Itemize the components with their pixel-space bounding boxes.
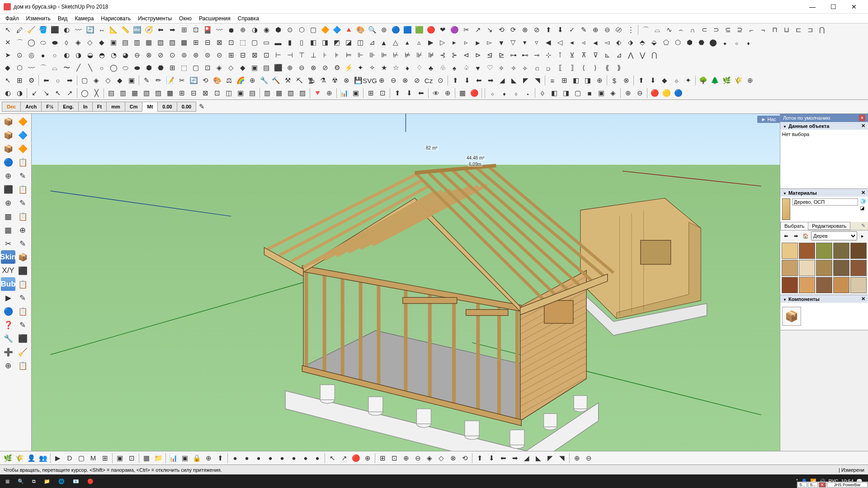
left-tool-button[interactable]: ⊕ [1,169,15,183]
tool-button[interactable]: ⋂ [648,49,660,61]
material-swatch[interactable] [833,260,849,276]
tool-button[interactable]: ⬢ [272,24,284,36]
tool-button[interactable]: 🔴 [425,24,437,36]
tool-button[interactable]: ⊗ [143,49,155,61]
tool-button[interactable]: 🧹 [25,24,37,36]
tool-button[interactable]: ⊛ [378,24,390,36]
tool-button[interactable]: ✎ [141,75,152,86]
tool-button[interactable]: ⊖ [131,49,143,61]
tool-button[interactable]: ⟐ [670,75,682,86]
tool-button[interactable]: ⊗ [620,75,632,86]
viewport-3d[interactable]: ► Нас [32,114,780,451]
tool-button[interactable]: ⊯ [425,49,437,61]
tool-button[interactable]: ⬅ [415,87,427,99]
tool-button[interactable]: ⊞ [190,37,202,48]
bottom-tool-button[interactable]: D [64,452,75,464]
material-name-input[interactable] [792,198,858,206]
tool-button[interactable]: ∩ [687,24,698,36]
tool-button[interactable]: $ [609,75,620,86]
tool-button[interactable]: ╳ [90,87,102,99]
tool-button[interactable]: 〰 [25,62,37,74]
left-tool-button[interactable]: ➕ [1,345,15,359]
tool-button[interactable]: ♢ [413,62,425,74]
left-tool-button[interactable]: ✎ [15,196,30,210]
left-tool-button[interactable]: 🧹 [15,345,30,359]
bottom-tool-button[interactable]: ● [264,452,276,464]
tool-button[interactable]: ▣ [108,37,119,48]
bottom-tool-button[interactable]: ● [300,452,311,464]
bottom-tool-button[interactable]: ● [288,452,300,464]
tool-button[interactable]: ▣ [126,75,137,86]
tool-button[interactable]: ⊕ [246,75,258,86]
material-swatch[interactable] [782,243,798,259]
bottom-tool-button[interactable]: ⊞ [377,452,388,464]
bottom-tool-button[interactable]: ◇ [435,452,447,464]
tool-button[interactable]: 🔤 [131,24,143,36]
bottom-tool-button[interactable]: ● [311,452,323,464]
tool-button[interactable]: SVG [364,75,376,86]
tool-button[interactable]: ✦ [354,62,366,74]
tool-button[interactable]: ⬇ [647,75,659,86]
left-tool-button[interactable]: ▶ [1,291,15,305]
tool-button[interactable]: ⬢ [143,62,155,74]
bottom-tool-button[interactable]: ⬅ [497,452,509,464]
tool-button[interactable]: 👁 [430,87,442,99]
tool-button[interactable]: ▢ [572,87,584,99]
left-tool-button[interactable]: ❓ [1,318,15,332]
tool-button[interactable]: ⊿ [613,49,625,61]
tool-button[interactable]: ⟧ [566,62,578,74]
tool-button[interactable]: ⊴ [484,49,495,61]
tool-button[interactable]: 🔍 [366,24,378,36]
tool-button[interactable]: ⟨ [578,62,590,74]
tool-button[interactable]: ◧ [570,75,582,86]
tool-button[interactable]: ✎ [578,24,590,36]
material-default-icon[interactable]: ◪ [860,205,866,211]
unit-tab-ft[interactable]: Ft [92,102,107,112]
tool-button[interactable]: ⬆ [542,24,554,36]
tool-button[interactable]: ⬧ [742,37,754,48]
tool-button[interactable]: 🟩 [413,24,425,36]
tool-button[interactable]: ▣ [595,87,607,99]
left-tool-button[interactable]: Skin [1,250,15,264]
tool-button[interactable]: ◔ [108,49,119,61]
tool-button[interactable]: ⊂ [698,24,710,36]
bottom-tool-button[interactable]: ● [276,452,288,464]
tool-button[interactable]: ⚖ [223,75,235,86]
maximize-button[interactable]: ☐ [823,0,844,14]
tool-button[interactable]: ⬇ [461,75,473,86]
tool-button[interactable]: ▬ [272,37,284,48]
material-swatch[interactable] [850,243,867,259]
tool-button[interactable]: ≡ [547,75,558,86]
tray-section-components[interactable]: ▼Компоненты ✕ [780,295,868,303]
tool-button[interactable]: ⊱ [448,49,460,61]
tool-button[interactable]: ❤ [437,24,448,36]
tool-button[interactable]: ⊕ [237,24,249,36]
mat-menu-icon[interactable]: ▸ [858,231,867,240]
tool-button[interactable]: ⏺ [225,24,237,36]
tool-button[interactable]: ⊻ [566,49,578,61]
tool-button[interactable]: 🔴 [649,87,660,99]
tool-button[interactable]: ⊦ [319,49,331,61]
tool-button[interactable]: 🌾 [732,75,744,86]
bottom-tool-button[interactable]: ● [241,452,253,464]
tool-button[interactable]: ⟦ [554,62,566,74]
tool-button[interactable]: 🔷 [331,24,343,36]
tool-button[interactable]: ⊐ [804,24,816,36]
tool-button[interactable]: ⬆ [449,75,461,86]
tool-button[interactable]: 🌈 [235,75,246,86]
tool-button[interactable]: ⟲ [495,24,507,36]
tool-button[interactable]: ⋂ [816,24,828,36]
tool-button[interactable]: ⊤ [296,49,307,61]
bottom-tool-button[interactable]: 📁 [152,452,164,464]
tool-button[interactable]: ▻ [484,37,495,48]
tool-button[interactable]: ▩ [164,87,176,99]
tool-button[interactable]: ⌐ [745,24,757,36]
tool-button[interactable]: ⟪ [601,62,613,74]
bottom-tool-button[interactable]: ⊖ [412,452,424,464]
tool-button[interactable]: ⬆ [392,87,403,99]
tool-button[interactable]: ⌒ [37,62,49,74]
left-tool-button[interactable]: 📋 [15,277,30,291]
left-tool-button[interactable]: 🔶 [15,115,30,128]
left-tool-button[interactable]: Bub [1,277,15,291]
tool-button[interactable]: ◤ [520,75,532,86]
